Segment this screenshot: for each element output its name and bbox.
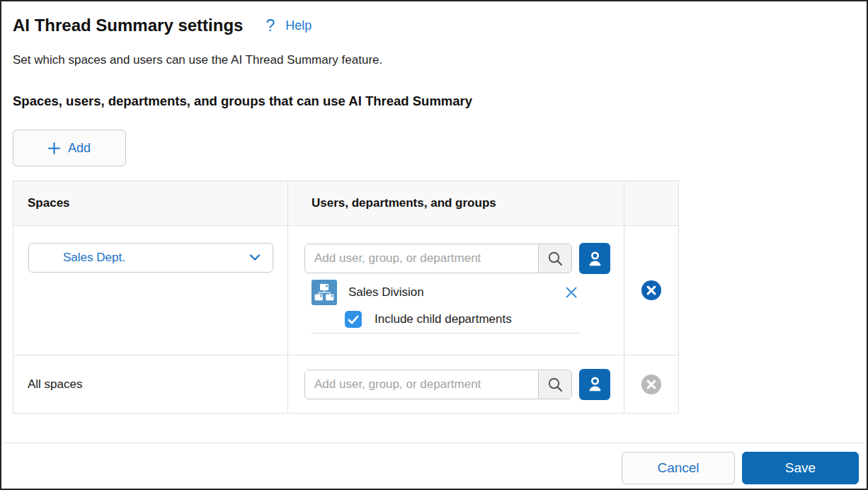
user-search-input[interactable] [305, 370, 538, 399]
space-selector-value: Sales Dept. [63, 251, 125, 265]
user-search-row [304, 369, 610, 400]
footer-action-bar: Cancel Save [1, 443, 867, 489]
title-row: AI Thread Summary settings ? Help [13, 16, 867, 35]
cancel-button[interactable]: Cancel [622, 452, 735, 484]
add-button[interactable]: Add [13, 130, 126, 166]
search-button[interactable] [538, 370, 571, 399]
table-row: All spaces [13, 355, 678, 413]
ai-thread-summary-settings-page: AI Thread Summary settings ? Help Set wh… [0, 0, 868, 490]
space-selector-dropdown[interactable]: Sales Dept. [28, 243, 273, 273]
circle-x-icon-disabled [641, 375, 661, 394]
selected-department-name: Sales Division [348, 285, 562, 300]
user-search-row [304, 243, 624, 274]
department-icon [312, 280, 337, 305]
plus-icon [48, 142, 60, 154]
user-search-input[interactable] [305, 244, 538, 273]
table-header-row: Spaces Users, departments, and groups [13, 181, 678, 225]
search-button[interactable] [538, 244, 571, 273]
question-mark-icon[interactable]: ? [265, 18, 275, 34]
user-search-group [304, 244, 572, 273]
delete-row-button-disabled [641, 375, 661, 394]
person-icon [586, 249, 605, 268]
section-heading: Spaces, users, departments, and groups t… [13, 93, 867, 109]
remove-selected-button[interactable] [562, 283, 581, 302]
chevron-down-icon [249, 254, 261, 261]
delete-row-button[interactable] [641, 280, 661, 300]
all-spaces-label: All spaces [28, 377, 82, 392]
search-icon [547, 250, 564, 267]
help-link-group[interactable]: ? Help [265, 18, 312, 34]
include-child-label: Include child departments [375, 312, 512, 326]
select-user-button[interactable] [579, 369, 610, 400]
page-description: Set which spaces and users can use the A… [13, 53, 867, 67]
user-search-group [304, 370, 572, 399]
search-icon [547, 376, 564, 393]
circle-x-icon [641, 280, 661, 300]
page-title: AI Thread Summary settings [13, 16, 243, 35]
select-user-button[interactable] [579, 243, 610, 274]
add-button-label: Add [68, 141, 91, 156]
include-child-row: Include child departments [345, 311, 624, 328]
table-header-actions [624, 181, 678, 225]
include-child-checkbox[interactable] [345, 311, 362, 328]
person-icon [586, 375, 605, 394]
table-header-spaces: Spaces [13, 181, 287, 225]
table-row: Sales Dept. [13, 225, 678, 355]
help-link[interactable]: Help [285, 18, 312, 33]
table-header-users: Users, departments, and groups [287, 181, 624, 225]
save-button[interactable]: Save [742, 452, 859, 484]
close-icon [564, 285, 579, 300]
permissions-table: Spaces Users, departments, and groups Sa… [13, 181, 679, 414]
checkmark-icon [348, 315, 359, 324]
selected-department-item: Sales Division [312, 280, 581, 305]
row-separator [312, 333, 581, 334]
